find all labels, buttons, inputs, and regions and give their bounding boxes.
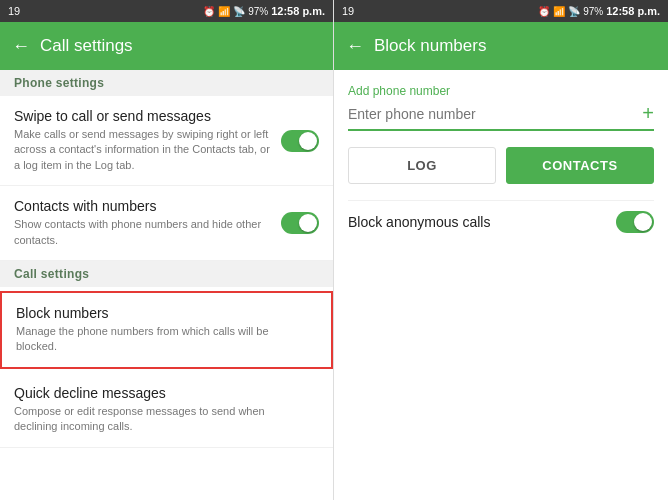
left-time: 12:58 p.m. — [271, 5, 325, 17]
right-panel: 19 ⏰ 📶 📡 97% 12:58 p.m. ← Block numbers … — [334, 0, 668, 500]
block-anon-label: Block anonymous calls — [348, 214, 490, 230]
right-battery-icon: 97% — [583, 6, 603, 17]
right-time: 12:58 p.m. — [606, 5, 660, 17]
left-header: ← Call settings — [0, 22, 333, 70]
battery-icon: 97% — [248, 6, 268, 17]
contacts-numbers-title: Contacts with numbers — [14, 198, 271, 214]
swipe-to-call-desc: Make calls or send messages by swiping r… — [14, 127, 271, 173]
add-phone-button[interactable]: + — [634, 102, 654, 125]
right-status-icons: ⏰ 📶 📡 97% 12:58 p.m. — [538, 5, 660, 17]
setting-contacts-numbers[interactable]: Contacts with numbers Show contacts with… — [0, 186, 333, 261]
add-phone-label: Add phone number — [348, 84, 654, 98]
right-back-button[interactable]: ← — [346, 36, 364, 57]
quick-decline-title: Quick decline messages — [14, 385, 309, 401]
right-signal-icon: 📶 — [553, 6, 565, 17]
block-anon-toggle[interactable] — [616, 211, 654, 233]
setting-quick-decline[interactable]: Quick decline messages Compose or edit r… — [0, 373, 333, 448]
phone-input-row: + — [348, 102, 654, 131]
block-numbers-desc: Manage the phone numbers from which call… — [16, 324, 307, 355]
right-header: ← Block numbers — [334, 22, 668, 70]
tab-log[interactable]: LOG — [348, 147, 496, 184]
quick-decline-desc: Compose or edit response messages to sen… — [14, 404, 309, 435]
right-page-title: Block numbers — [374, 36, 486, 56]
swipe-to-call-toggle[interactable] — [281, 130, 319, 152]
section-call-settings: Call settings — [0, 261, 333, 287]
block-anon-row: Block anonymous calls — [348, 200, 654, 243]
block-numbers-title: Block numbers — [16, 305, 307, 321]
alarm-icon: ⏰ — [203, 6, 215, 17]
swipe-to-call-title: Swipe to call or send messages — [14, 108, 271, 124]
left-page-title: Call settings — [40, 36, 133, 56]
tab-buttons: LOG CONTACTS — [348, 147, 654, 184]
phone-number-input[interactable] — [348, 106, 634, 122]
left-status-icons: ⏰ 📶 📡 97% 12:58 p.m. — [203, 5, 325, 17]
signal-icon: 📶 — [218, 6, 230, 17]
left-back-button[interactable]: ← — [12, 36, 30, 57]
wifi-icon: 📡 — [233, 6, 245, 17]
left-panel: 19 ⏰ 📶 📡 97% 12:58 p.m. ← Call settings … — [0, 0, 334, 500]
setting-swipe-to-call[interactable]: Swipe to call or send messages Make call… — [0, 96, 333, 186]
tab-contacts[interactable]: CONTACTS — [506, 147, 654, 184]
left-status-left: 19 — [8, 5, 20, 17]
setting-block-numbers[interactable]: Block numbers Manage the phone numbers f… — [0, 291, 333, 369]
contacts-numbers-toggle[interactable] — [281, 212, 319, 234]
left-status-bar: 19 ⏰ 📶 📡 97% 12:58 p.m. — [0, 0, 333, 22]
section-phone-settings: Phone settings — [0, 70, 333, 96]
right-alarm-icon: ⏰ — [538, 6, 550, 17]
contacts-numbers-desc: Show contacts with phone numbers and hid… — [14, 217, 271, 248]
right-status-left: 19 — [342, 5, 354, 17]
right-status-bar: 19 ⏰ 📶 📡 97% 12:58 p.m. — [334, 0, 668, 22]
right-wifi-icon: 📡 — [568, 6, 580, 17]
block-numbers-content: Add phone number + LOG CONTACTS Block an… — [334, 70, 668, 500]
